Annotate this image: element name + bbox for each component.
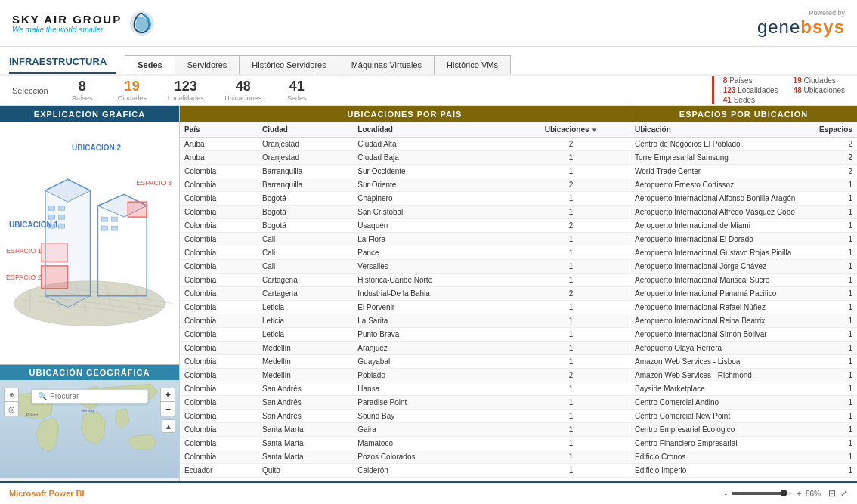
table-row[interactable]: Aeropuerto Internacional de Miami 1 bbox=[630, 219, 857, 233]
map-nav-up[interactable]: ▲ bbox=[162, 419, 175, 433]
cell-ubicaciones: 2 bbox=[512, 369, 630, 382]
building-viz: UBICACION 2 ESPACIO 3 UBICACION 1 ESPACI… bbox=[0, 122, 179, 364]
table-row[interactable]: Bayside Marketplace 1 bbox=[630, 382, 857, 396]
cell-localidad: Guayabal bbox=[353, 355, 512, 369]
tab-servidores[interactable]: Servidores bbox=[175, 55, 240, 74]
cell-pais: Ecuador bbox=[180, 464, 258, 478]
table-row[interactable]: Colombia Barranquilla Sur Oriente 2 bbox=[180, 178, 630, 192]
table-row[interactable]: World Trade Center 2 bbox=[630, 165, 857, 178]
table-row[interactable]: Aeropuerto Internacional Simón Bolívar 1 bbox=[630, 328, 857, 342]
nav-bar: INFRAESTRUCTURA Sedes Servidores Históri… bbox=[0, 47, 857, 76]
map-search-box[interactable]: 🔍 bbox=[31, 389, 148, 404]
table-row[interactable]: Colombia Leticia El Porvenir 1 bbox=[180, 301, 630, 314]
table-row[interactable]: Torre Empresarial Samsung 2 bbox=[630, 151, 857, 165]
cell-localidad: Paradise Point bbox=[353, 396, 512, 410]
cell-ciudad: Oranjestad bbox=[258, 151, 353, 165]
fit-screen-icon[interactable]: ⊡ bbox=[828, 488, 836, 499]
cell-ubicaciones: 1 bbox=[512, 274, 630, 287]
table-row[interactable]: Aeropuerto Internacional Alfonso Bonilla… bbox=[630, 192, 857, 206]
power-bi-link[interactable]: Microsoft Power BI bbox=[9, 489, 85, 498]
table-row[interactable]: Colombia Medellín Poblado 2 bbox=[180, 369, 630, 382]
cell-pais: Colombia bbox=[180, 274, 258, 287]
table-row[interactable]: Colombia Barranquilla Sur Occidente 1 bbox=[180, 165, 630, 178]
table-row[interactable]: Colombia Leticia Punto Brava 1 bbox=[180, 328, 630, 342]
table-row[interactable]: Colombia Cali La Flora 1 bbox=[180, 233, 630, 246]
label-ubicacion2: UBICACION 2 bbox=[72, 144, 121, 152]
table-row[interactable]: Colombia Santa Marta Mamatoco 1 bbox=[180, 437, 630, 450]
table-row[interactable]: Aeropuerto Internacional Reina Beatrix 1 bbox=[630, 314, 857, 328]
table-row[interactable]: Centro Financiero Empresarial 1 bbox=[630, 437, 857, 450]
zoom-slider[interactable] bbox=[732, 492, 792, 495]
espacios-table[interactable]: Ubicación Espacios Centro de Negocios El… bbox=[630, 122, 857, 481]
cell-pais: Colombia bbox=[180, 437, 258, 450]
table-row[interactable]: Aeropuerto Internacional Jorge Chávez 1 bbox=[630, 260, 857, 274]
bottom-bar: Microsoft Power BI - + 86% ⊡ ⤢ bbox=[0, 481, 857, 504]
table-row[interactable]: Aruba Oranjestad Ciudad Alta 2 bbox=[180, 138, 630, 151]
zoom-minus[interactable]: - bbox=[725, 490, 727, 498]
tab-sedes[interactable]: Sedes bbox=[125, 55, 175, 74]
table-row[interactable]: Amazon Web Services - Lisboa 1 bbox=[630, 355, 857, 369]
table-row[interactable]: Aeropuerto Internacional Gustavo Rojas P… bbox=[630, 246, 857, 260]
table-row[interactable]: Aeropuerto Internacional Alfredo Vásquez… bbox=[630, 206, 857, 219]
cell-localidad: Histórica-Caribe Norte bbox=[353, 274, 512, 287]
table-row[interactable]: Centro de Negocios El Poblado 2 bbox=[630, 138, 857, 151]
table-row[interactable]: Colombia Santa Marta Gaira 1 bbox=[180, 423, 630, 437]
cell-espacios: 1 bbox=[812, 260, 857, 274]
table-row[interactable]: Colombia Cartagena Industrial-De la Bahi… bbox=[180, 287, 630, 301]
table-row[interactable]: Colombia Cali Pance 1 bbox=[180, 246, 630, 260]
table-row[interactable]: Colombia Cali Versalles 1 bbox=[180, 260, 630, 274]
table-row[interactable]: Centro Comercial Andino 1 bbox=[630, 396, 857, 410]
cell-ubicacion: Centro Comercial Andino bbox=[630, 396, 812, 410]
cell-ubicaciones: 2 bbox=[512, 138, 630, 151]
table-row[interactable]: Aeropuerto Internacional El Dorado 1 bbox=[630, 233, 857, 246]
table-row[interactable]: Colombia Bogotá Chapinero 1 bbox=[180, 192, 630, 206]
table-row[interactable]: Colombia San Andrés Hansa 1 bbox=[180, 382, 630, 396]
table-row[interactable]: Colombia San Andrés Paradise Point 1 bbox=[180, 396, 630, 410]
table-row[interactable]: Colombia Santa Marta Pozos Colorados 1 bbox=[180, 450, 630, 464]
tab-maquinas-virtuales[interactable]: Máquinas Virtuales bbox=[339, 55, 435, 74]
map-search-input[interactable] bbox=[50, 392, 141, 400]
map-background: United Kingdom Norway Poland 🔍 + − ▲ bbox=[0, 380, 179, 478]
cell-espacios: 2 bbox=[812, 138, 857, 151]
table-row[interactable]: Colombia San Andrés Sound Bay 1 bbox=[180, 410, 630, 423]
table-row[interactable]: Centro Comercial New Point 1 bbox=[630, 410, 857, 423]
cell-localidad: Pozos Colorados bbox=[353, 450, 512, 464]
cell-pais: Colombia bbox=[180, 260, 258, 274]
table-row[interactable]: Colombia Bogotá San Cristóbal 1 bbox=[180, 206, 630, 219]
tab-historico-vms[interactable]: Histórico VMs bbox=[435, 55, 511, 74]
table-row[interactable]: Aeropuerto Internacional Rafael Núñez 1 bbox=[630, 301, 857, 314]
table-row[interactable]: Aruba Oranjestad Ciudad Baja 1 bbox=[180, 151, 630, 165]
table-row[interactable]: Centro Empresarial Ecológico 1 bbox=[630, 423, 857, 437]
table-row[interactable]: Colombia Leticia La Sarita 1 bbox=[180, 314, 630, 328]
table-row[interactable]: Edificio Cronos 1 bbox=[630, 450, 857, 464]
cell-ubicaciones: 1 bbox=[512, 246, 630, 260]
table-row[interactable]: Aeropuerto Olaya Herrera 1 bbox=[630, 342, 857, 355]
cell-ciudad: San Andrés bbox=[258, 396, 353, 410]
fullscreen-icon[interactable]: ⤢ bbox=[840, 488, 848, 499]
table-row[interactable]: Edificio Imperio 1 bbox=[630, 464, 857, 478]
ubicaciones-table[interactable]: País Ciudad Localidad Ubicaciones ▼ Arub… bbox=[180, 122, 630, 481]
table-row[interactable]: Colombia Bogotá Usaquén 2 bbox=[180, 219, 630, 233]
table-row[interactable]: Amazon Web Services - Richmond 1 bbox=[630, 369, 857, 382]
table-row[interactable]: Aeropuerto Internacional Mariscal Sucre … bbox=[630, 274, 857, 287]
table-row[interactable]: Ecuador Quito Calderón 1 bbox=[180, 464, 630, 478]
tab-historico-servidores[interactable]: Histórico Servidores bbox=[240, 55, 339, 74]
sr-ciudades: 19 Ciudades bbox=[794, 76, 845, 85]
cell-ciudad: Leticia bbox=[258, 314, 353, 328]
cell-espacios: 1 bbox=[812, 328, 857, 342]
stat-sedes-num: 41 bbox=[289, 79, 305, 94]
table-row[interactable]: Aeropuerto Ernesto Cortissoz 1 bbox=[630, 178, 857, 192]
table-row[interactable]: Colombia Medellín Aranjuez 1 bbox=[180, 342, 630, 355]
pan-up[interactable]: ⊕ bbox=[5, 388, 18, 402]
logo-icon bbox=[128, 9, 156, 38]
col-ubicacion: Ubicación bbox=[630, 122, 812, 138]
table-row[interactable]: Colombia Medellín Guayabal 1 bbox=[180, 355, 630, 369]
cell-localidad: Industrial-De la Bahia bbox=[353, 287, 512, 301]
table-row[interactable]: Aeropuerto Internacional Panamá Pacifico… bbox=[630, 287, 857, 301]
zoom-plus[interactable]: + bbox=[797, 490, 801, 498]
table-row[interactable]: Colombia Cartagena Histórica-Caribe Nort… bbox=[180, 274, 630, 287]
pan-down[interactable]: ◎ bbox=[5, 402, 18, 416]
zoom-out-button[interactable]: − bbox=[161, 402, 175, 416]
sr-localidades: 123 Localidades bbox=[723, 86, 778, 94]
zoom-in-button[interactable]: + bbox=[161, 388, 175, 402]
